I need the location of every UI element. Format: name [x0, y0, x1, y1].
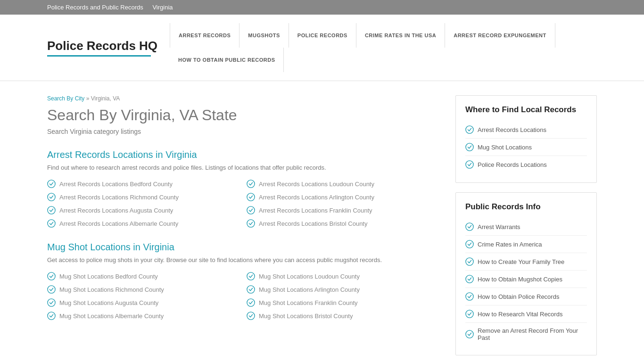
- list-item[interactable]: Mug Shot Locations Richmond County: [47, 285, 237, 294]
- svg-point-6: [48, 220, 55, 227]
- svg-point-18: [466, 161, 473, 168]
- breadcrumb-link[interactable]: Search By City: [47, 95, 84, 102]
- sidebar-link[interactable]: Remove an Arrest Record From Your Past: [465, 323, 587, 346]
- list-item[interactable]: Arrest Records Locations Franklin County: [247, 206, 437, 214]
- sidebar-link[interactable]: Mug Shot Locations: [465, 139, 587, 156]
- list-item[interactable]: Arrest Records Locations Albemarle Count…: [47, 219, 237, 228]
- list-item[interactable]: Mug Shot Locations Albemarle County: [47, 312, 237, 320]
- svg-point-10: [48, 286, 55, 293]
- svg-point-16: [466, 126, 473, 133]
- list-item[interactable]: Arrest Records Locations Augusta County: [47, 206, 237, 214]
- svg-point-12: [48, 299, 55, 306]
- sidebar-box-public-info: Public Records Info Arrest Warrants Crim…: [455, 192, 597, 355]
- topbar-link1[interactable]: Police Records and Public Records: [47, 4, 143, 11]
- svg-point-15: [247, 312, 255, 320]
- sidebar-link[interactable]: Arrest Warrants: [465, 218, 587, 236]
- sidebar-link[interactable]: Crime Rates in America: [465, 236, 587, 253]
- nav-item-how-to-obtain-public-records[interactable]: HOW TO OBTAIN PUBLIC RECORDS: [170, 48, 284, 72]
- content-area: Search By City » Virginia, VA Search By …: [47, 95, 437, 362]
- list-item[interactable]: Mug Shot Locations Loudoun County: [247, 272, 437, 280]
- site-logo[interactable]: Police Records HQ: [47, 39, 151, 57]
- main-nav: ARREST RECORDSMUGSHOTSPOLICE RECORDSCRIM…: [170, 23, 597, 72]
- section-arrest-records: Arrest Records Locations in VirginiaFind…: [47, 149, 437, 228]
- svg-point-23: [466, 293, 473, 300]
- section-desc-arrest-records: Find out where to research arrest record…: [47, 164, 437, 171]
- breadcrumb-separator: »: [84, 95, 91, 102]
- breadcrumb: Search By City » Virginia, VA: [47, 95, 437, 102]
- list-item[interactable]: Mug Shot Locations Bedford County: [47, 272, 237, 280]
- section-desc-mug-shots: Get access to police mug shots in your c…: [47, 256, 437, 263]
- topbar-link2[interactable]: Virginia: [152, 4, 173, 11]
- list-item[interactable]: Arrest Records Locations Bedford County: [47, 180, 237, 188]
- main-container: Search By City » Virginia, VA Search By …: [0, 81, 644, 362]
- list-item[interactable]: Arrest Records Locations Loudoun County: [247, 180, 437, 188]
- svg-point-1: [247, 180, 255, 188]
- svg-point-4: [48, 206, 55, 214]
- links-grid-mug-shots: Mug Shot Locations Bedford County Mug Sh…: [47, 272, 437, 320]
- nav-item-crime-rates-in-the-usa[interactable]: CRIME RATES IN THE USA: [356, 23, 445, 48]
- links-grid-arrest-records: Arrest Records Locations Bedford County …: [47, 180, 437, 228]
- sidebar-box1-links: Arrest Records Locations Mug Shot Locati…: [465, 121, 587, 173]
- sidebar-box2-title: Public Records Info: [465, 202, 587, 212]
- svg-point-21: [466, 258, 473, 265]
- list-item[interactable]: Arrest Records Locations Richmond County: [47, 193, 237, 201]
- sidebar-box1-title: Where to Find Local Records: [465, 105, 587, 115]
- nav-item-police-records[interactable]: POLICE RECORDS: [289, 23, 356, 48]
- list-item[interactable]: Arrest Records Locations Bristol County: [247, 219, 437, 228]
- list-item[interactable]: Mug Shot Locations Arlington County: [247, 285, 437, 294]
- list-item[interactable]: Mug Shot Locations Bristol County: [247, 312, 437, 320]
- svg-point-24: [466, 310, 473, 318]
- sections-container: Arrest Records Locations in VirginiaFind…: [47, 149, 437, 320]
- svg-point-20: [466, 240, 473, 248]
- sidebar-link[interactable]: How to Research Vital Records: [465, 305, 587, 323]
- svg-point-17: [466, 143, 473, 151]
- nav-item-arrest-record-expungement[interactable]: ARREST RECORD EXPUNGEMENT: [445, 23, 555, 48]
- sidebar: Where to Find Local Records Arrest Recor…: [455, 95, 597, 362]
- sidebar-link[interactable]: How to Obtain Police Records: [465, 288, 587, 305]
- svg-point-8: [48, 272, 55, 280]
- sidebar-link[interactable]: Arrest Records Locations: [465, 121, 587, 139]
- breadcrumb-current: Virginia, VA: [91, 95, 120, 102]
- svg-point-14: [48, 312, 55, 320]
- svg-point-11: [247, 286, 255, 293]
- svg-point-5: [247, 206, 255, 214]
- sidebar-link[interactable]: Police Records Locations: [465, 156, 587, 173]
- svg-point-22: [466, 275, 473, 283]
- svg-point-25: [466, 330, 473, 338]
- nav-item-mugshots[interactable]: MUGSHOTS: [239, 23, 289, 48]
- svg-point-3: [247, 193, 255, 201]
- nav-item-arrest-records[interactable]: ARREST RECORDS: [170, 23, 239, 48]
- sidebar-box2-links: Arrest Warrants Crime Rates in America H…: [465, 218, 587, 346]
- sidebar-box-local-records: Where to Find Local Records Arrest Recor…: [455, 95, 597, 183]
- section-mug-shots: Mug Shot Locations in VirginiaGet access…: [47, 242, 437, 320]
- sidebar-link[interactable]: How to Create Your Family Tree: [465, 253, 587, 271]
- list-item[interactable]: Mug Shot Locations Franklin County: [247, 298, 437, 307]
- header: Police Records HQ ARREST RECORDSMUGSHOTS…: [0, 15, 644, 81]
- page-subtitle: Search Virginia category listings: [47, 128, 437, 135]
- section-title-arrest-records: Arrest Records Locations in Virginia: [47, 149, 437, 160]
- svg-point-13: [247, 299, 255, 306]
- svg-point-7: [247, 220, 255, 227]
- page-title: Search By Virginia, VA State: [47, 107, 437, 124]
- sidebar-link[interactable]: How to Obtain Mugshot Copies: [465, 271, 587, 288]
- svg-point-9: [247, 272, 255, 280]
- section-title-mug-shots: Mug Shot Locations in Virginia: [47, 242, 437, 253]
- svg-point-2: [48, 193, 55, 201]
- list-item[interactable]: Arrest Records Locations Arlington Count…: [247, 193, 437, 201]
- svg-point-19: [466, 223, 473, 230]
- list-item[interactable]: Mug Shot Locations Augusta County: [47, 298, 237, 307]
- top-bar: Police Records and Public Records Virgin…: [0, 0, 644, 15]
- svg-point-0: [48, 180, 55, 188]
